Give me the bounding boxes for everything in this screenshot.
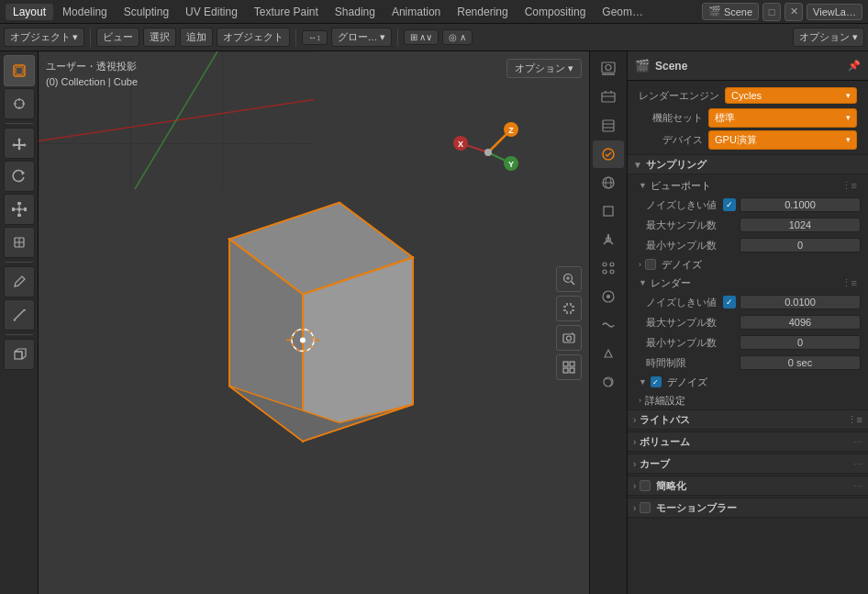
- render-denoise-header[interactable]: ▼ ✓ デノイズ: [628, 373, 868, 391]
- tab-shading[interactable]: Shading: [328, 4, 383, 20]
- render-noise-checkbox[interactable]: ✓: [723, 296, 736, 308]
- physics-prop-icon[interactable]: [593, 283, 624, 310]
- tab-sculpting[interactable]: Sculpting: [117, 4, 176, 20]
- object-data-prop-icon[interactable]: [593, 340, 624, 367]
- tab-uv-editing[interactable]: UV Editing: [178, 4, 245, 20]
- transform-tool[interactable]: [4, 227, 35, 258]
- simplify-checkbox[interactable]: [640, 480, 651, 491]
- viewlayer-selector[interactable]: ViewLa…: [807, 4, 862, 20]
- render-max-samples-value[interactable]: 4096: [740, 315, 861, 330]
- viewport-menu-dots[interactable]: ⋮≡: [841, 180, 857, 192]
- proportional-btn[interactable]: ◎ ∧: [442, 29, 473, 45]
- viewport-gizmo[interactable]: Z X Y: [451, 116, 525, 180]
- object-prop-icon[interactable]: [593, 197, 624, 225]
- add-menu[interactable]: 追加: [180, 28, 213, 47]
- left-tool-panel: [0, 51, 39, 594]
- render-engine-select[interactable]: Cycles ▾: [725, 87, 857, 104]
- curve-dots[interactable]: ⋯: [853, 459, 862, 469]
- svg-rect-56: [563, 334, 574, 342]
- tab-layout[interactable]: Layout: [6, 4, 53, 20]
- render-denoise-checkbox[interactable]: ✓: [651, 376, 662, 387]
- material-prop-icon[interactable]: [593, 368, 624, 396]
- move-tool[interactable]: [4, 128, 35, 159]
- simplify-section-header[interactable]: › 簡略化 ⋯: [628, 476, 868, 496]
- pin-button[interactable]: 📌: [848, 60, 861, 72]
- motion-blur-section-header[interactable]: › モーションブラー: [628, 498, 868, 518]
- transform-dropdown[interactable]: グロー… ▾: [331, 28, 392, 47]
- toolbar2: オブジェクト ▾ ビュー 選択 追加 オブジェクト ↔↕ グロー… ▾ ⊞ ∧∨…: [0, 24, 868, 51]
- world-prop-icon[interactable]: [593, 169, 624, 196]
- output-prop-icon[interactable]: [593, 84, 624, 111]
- motion-blur-arrow: ›: [633, 503, 636, 513]
- tab-compositing[interactable]: Compositing: [517, 4, 594, 20]
- viewport[interactable]: ユーザー・透視投影 (0) Collection | Cube オプション ▾ …: [39, 51, 589, 594]
- curve-section-header[interactable]: › カーブ ⋯: [628, 454, 868, 474]
- svg-rect-14: [17, 202, 21, 205]
- viewport-sub-arrow: ▼: [639, 181, 647, 190]
- new-scene-button[interactable]: □: [762, 3, 781, 21]
- constraints-prop-icon[interactable]: [593, 311, 624, 339]
- denoise-checkbox[interactable]: [645, 259, 656, 270]
- viewport-options-button[interactable]: オプション ▾: [506, 59, 582, 78]
- zoom-btn[interactable]: [556, 266, 582, 292]
- rotate-tool[interactable]: [4, 161, 35, 192]
- mode-select[interactable]: オブジェクト ▾: [4, 28, 84, 47]
- scale-tool[interactable]: [4, 194, 35, 225]
- volume-section-header[interactable]: › ボリューム ⋯: [628, 431, 868, 452]
- new-icon: □: [769, 6, 775, 17]
- view-layer-prop-icon[interactable]: [593, 112, 624, 140]
- render-noise-value[interactable]: 0.0100: [740, 295, 861, 309]
- snap-btn[interactable]: ⊞ ∧∨: [404, 29, 440, 45]
- lightpath-section-header[interactable]: › ライトパス ⋮≡: [628, 409, 868, 430]
- feature-set-select[interactable]: 標準 ▾: [708, 108, 857, 128]
- scene-selector[interactable]: 🎬 Scene: [702, 3, 759, 20]
- volume-dots[interactable]: ⋯: [853, 437, 862, 447]
- device-select[interactable]: GPU演算 ▾: [708, 130, 857, 150]
- tab-modeling[interactable]: Modeling: [55, 4, 115, 20]
- select-menu[interactable]: 選択: [143, 28, 176, 47]
- tab-rendering[interactable]: Rendering: [450, 4, 515, 20]
- add-cube-tool[interactable]: [4, 339, 35, 370]
- lightpath-menu-dots[interactable]: ⋮≡: [847, 414, 862, 426]
- noise-threshold-checkbox[interactable]: ✓: [723, 198, 736, 211]
- svg-marker-32: [229, 239, 303, 441]
- transform-btn[interactable]: ↔↕: [302, 30, 328, 45]
- viewport-subsection-header[interactable]: ▼ ビューポート ⋮≡: [628, 176, 868, 195]
- max-samples-row: 最大サンプル数 1024: [628, 215, 868, 235]
- tab-animation[interactable]: Animation: [384, 4, 448, 20]
- motion-blur-checkbox[interactable]: [640, 502, 651, 513]
- pan-btn[interactable]: [556, 296, 582, 321]
- object-menu[interactable]: オブジェクト: [217, 28, 290, 47]
- svg-line-42: [488, 129, 511, 152]
- render-min-samples-value[interactable]: 0: [740, 335, 861, 350]
- render-subsection-header[interactable]: ▼ レンダー ⋮≡: [628, 274, 868, 292]
- particles-prop-icon[interactable]: [593, 254, 624, 282]
- measure-tool[interactable]: [4, 299, 35, 331]
- min-samples-value[interactable]: 0: [740, 238, 861, 252]
- grid-view-btn[interactable]: [556, 354, 582, 380]
- tab-texture-paint[interactable]: Texture Paint: [247, 4, 326, 20]
- time-limit-value[interactable]: 0 sec: [740, 355, 861, 370]
- simplify-dots[interactable]: ⋯: [853, 481, 862, 491]
- noise-threshold-value[interactable]: 0.1000: [740, 197, 861, 212]
- sampling-arrow: ▼: [633, 160, 642, 170]
- max-samples-value[interactable]: 1024: [740, 218, 861, 232]
- options-btn[interactable]: オプション ▾: [793, 28, 864, 47]
- tab-geometry[interactable]: Geom…: [595, 4, 651, 20]
- scene-prop-icon[interactable]: [593, 140, 624, 168]
- sampling-section-header[interactable]: ▼ サンプリング: [628, 154, 868, 174]
- render-min-samples-row: 最小サンプル数 0: [628, 332, 868, 353]
- viewport-right-icons: [556, 266, 582, 380]
- sep2: [295, 28, 296, 47]
- select-tool[interactable]: [4, 55, 35, 86]
- close-button[interactable]: ✕: [785, 3, 803, 21]
- view-menu[interactable]: ビュー: [96, 28, 139, 47]
- cursor-tool[interactable]: [4, 88, 35, 119]
- camera-persp-btn[interactable]: [556, 325, 582, 351]
- annotate-tool[interactable]: [4, 266, 35, 297]
- detail-settings-header[interactable]: › 詳細設定: [628, 391, 868, 409]
- modifier-prop-icon[interactable]: [593, 226, 624, 253]
- render-menu-dots[interactable]: ⋮≡: [841, 277, 857, 289]
- denoise-viewport-header[interactable]: › デノイズ: [628, 255, 868, 274]
- render-prop-icon[interactable]: [593, 55, 624, 83]
